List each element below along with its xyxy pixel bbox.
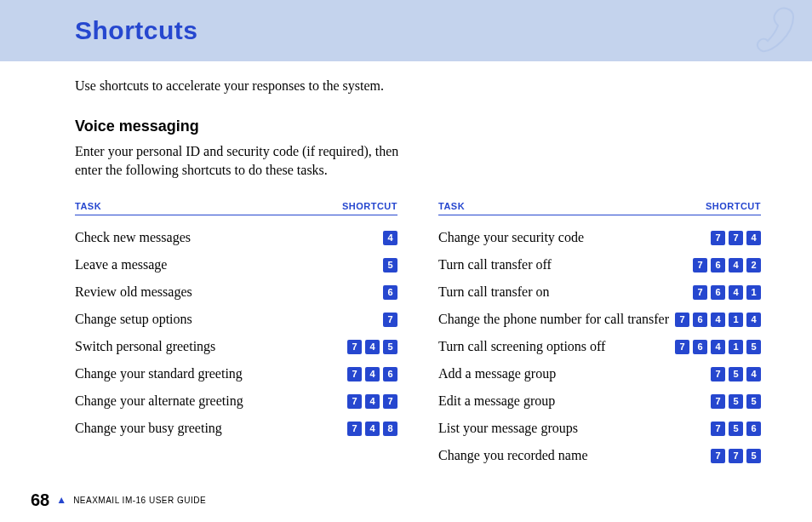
key-badge: 7 (347, 340, 362, 354)
key-badge: 7 (347, 367, 362, 381)
key-badge: 4 (365, 367, 380, 381)
task-label: Turn call transfer off (438, 257, 552, 272)
key-badge: 4 (746, 367, 761, 381)
key-badge: 6 (746, 422, 761, 436)
key-badge: 1 (746, 285, 761, 300)
right-column: TASK SHORTCUT Change your security code7… (438, 201, 761, 469)
task-label: Turn call transfer on (438, 284, 550, 300)
content-area: Use shortcuts to accelerate your respons… (0, 61, 812, 469)
table-row: List your message groups756 (438, 415, 761, 442)
section-description: Enter your personal ID and security code… (75, 142, 415, 179)
task-label: Change you recorded name (438, 448, 587, 463)
key-badge: 5 (746, 394, 761, 409)
key-badge: 5 (729, 367, 743, 381)
th-shortcut: SHORTCUT (706, 201, 761, 211)
key-badge: 7 (711, 394, 725, 409)
table-row: Change setup options7 (75, 306, 397, 333)
task-label: Leave a message (75, 257, 167, 272)
task-label: Review old messages (75, 284, 192, 300)
key-badge: 4 (746, 313, 761, 327)
table-row: Turn call screening options off76415 (438, 333, 761, 360)
table-row: Change your security code774 (438, 224, 761, 251)
table-row: Change the phone number for call transfe… (438, 306, 761, 333)
key-badge: 4 (746, 231, 761, 245)
key-badge: 5 (383, 340, 397, 354)
table-row: Edit a message group755 (438, 387, 761, 415)
intro-text: Use shortcuts to accelerate your respons… (75, 78, 761, 94)
shortcut-keys: 7 (383, 313, 397, 327)
table-row: Review old messages6 (75, 278, 397, 306)
key-badge: 4 (729, 285, 743, 300)
key-badge: 7 (711, 367, 725, 381)
key-badge: 7 (729, 449, 743, 463)
th-task: TASK (75, 201, 101, 211)
shortcut-keys: 756 (711, 422, 761, 436)
section-heading: Voice messaging (75, 118, 761, 135)
table-row: Turn call transfer on7641 (438, 278, 761, 306)
key-badge: 6 (693, 340, 707, 354)
shortcut-keys: 755 (711, 394, 761, 409)
task-label: Change your security code (438, 230, 584, 245)
shortcut-keys: 4 (383, 231, 397, 245)
key-badge: 5 (746, 340, 761, 354)
table-row: Check new messages4 (75, 224, 397, 251)
footer-marker-icon: ▲ (56, 494, 66, 507)
task-label: Switch personal greetings (75, 339, 215, 354)
key-badge: 4 (383, 231, 397, 245)
shortcut-keys: 6 (383, 285, 397, 300)
key-badge: 7 (383, 313, 397, 327)
key-badge: 6 (711, 258, 725, 272)
task-label: Change the phone number for call transfe… (438, 312, 669, 327)
key-badge: 5 (746, 449, 761, 463)
key-badge: 7 (383, 394, 397, 409)
shortcut-keys: 76414 (675, 313, 761, 327)
task-label: Change your busy greeting (75, 421, 222, 436)
table-row: Change you recorded name775 (438, 442, 761, 469)
key-badge: 6 (711, 285, 725, 300)
key-badge: 6 (383, 367, 397, 381)
key-badge: 4 (711, 313, 725, 327)
footer: 68 ▲ NEAXMAIL IM-16 USER GUIDE (31, 490, 206, 510)
th-task: TASK (438, 201, 465, 211)
shortcut-keys: 747 (347, 394, 397, 409)
left-column: TASK SHORTCUT Check new messages4Leave a… (75, 201, 397, 469)
key-badge: 4 (365, 394, 380, 409)
key-badge: 7 (729, 231, 743, 245)
shortcut-keys: 7641 (693, 285, 761, 300)
task-label: List your message groups (438, 421, 578, 436)
table-row: Change your standard greeting746 (75, 360, 397, 387)
table-header: TASK SHORTCUT (438, 201, 761, 215)
th-shortcut: SHORTCUT (342, 201, 397, 211)
key-badge: 1 (729, 340, 743, 354)
task-label: Turn call screening options off (438, 339, 605, 354)
table-header: TASK SHORTCUT (75, 201, 397, 215)
shortcut-keys: 7642 (693, 258, 761, 272)
left-rows: Check new messages4Leave a message5Revie… (75, 224, 397, 442)
key-badge: 5 (729, 422, 743, 436)
key-badge: 5 (729, 394, 743, 409)
shortcut-keys: 5 (383, 258, 397, 272)
key-badge: 7 (711, 422, 725, 436)
shortcut-keys: 745 (347, 340, 397, 354)
task-label: Change setup options (75, 312, 192, 327)
key-badge: 1 (729, 313, 743, 327)
page-number: 68 (31, 490, 49, 510)
task-label: Change your standard greeting (75, 366, 243, 381)
key-badge: 7 (693, 258, 707, 272)
key-badge: 4 (365, 340, 380, 354)
key-badge: 6 (383, 285, 397, 300)
shortcut-keys: 76415 (675, 340, 761, 354)
key-badge: 7 (675, 340, 689, 354)
page-title: Shortcuts (75, 16, 198, 45)
key-badge: 7 (711, 449, 725, 463)
header-band: Shortcuts (0, 0, 812, 61)
shortcut-keys: 775 (711, 449, 761, 463)
key-badge: 7 (347, 394, 362, 409)
table-row: Leave a message5 (75, 251, 397, 278)
shortcut-keys: 774 (711, 231, 761, 245)
task-label: Change your alternate greeting (75, 393, 243, 409)
key-badge: 7 (711, 231, 725, 245)
table-row: Turn call transfer off7642 (438, 251, 761, 278)
table-row: Switch personal greetings745 (75, 333, 397, 360)
key-badge: 7 (693, 285, 707, 300)
